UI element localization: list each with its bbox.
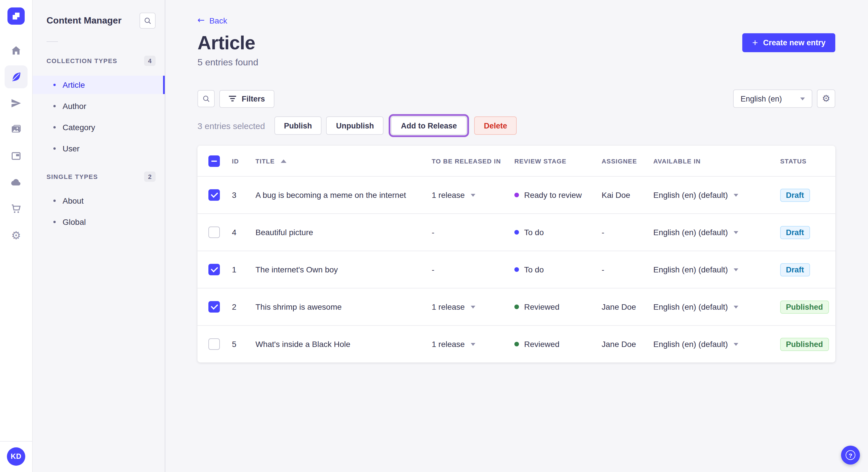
- row-checkbox[interactable]: [208, 264, 220, 275]
- sidebar-item-author[interactable]: Author: [33, 97, 165, 115]
- avatar[interactable]: KD: [7, 447, 25, 466]
- create-new-entry-button[interactable]: + Create new entry: [743, 33, 835, 52]
- released-value: 1 release: [432, 302, 465, 311]
- cell-title: What's inside a Black Hole: [255, 339, 432, 349]
- available-in-value: English (en) (default): [653, 191, 728, 200]
- review-stage-value: To do: [524, 228, 544, 237]
- table-row[interactable]: 4 Beautiful picture - To do - English (e…: [197, 213, 835, 250]
- status-badge: Draft: [780, 226, 810, 239]
- column-header-available: AVAILABLE IN: [653, 158, 780, 164]
- cell-available-in[interactable]: English (en) (default): [653, 339, 780, 349]
- media-icon[interactable]: [5, 118, 28, 141]
- entries-table: ID TITLE TO BE RELEASED IN REVIEW STAGE …: [197, 146, 835, 363]
- status-badge: Draft: [780, 189, 810, 202]
- selection-count-text: 3 entries selected: [197, 121, 265, 131]
- bullet-icon: [53, 84, 56, 86]
- chevron-down-icon: [734, 305, 738, 308]
- cell-available-in[interactable]: English (en) (default): [653, 191, 780, 200]
- search-icon: [202, 94, 210, 103]
- cell-released[interactable]: 1 release: [432, 339, 515, 349]
- column-header-id: ID: [232, 158, 255, 164]
- table-row[interactable]: 1 The internet's Own boy - To do - Engli…: [197, 250, 835, 288]
- main-content: ← Back Article + Create new entry 5 entr…: [165, 0, 868, 472]
- cell-assignee: Jane Doe: [601, 302, 653, 311]
- released-value: 1 release: [432, 339, 465, 349]
- table-row[interactable]: 3 A bug is becoming a meme on the intern…: [197, 176, 835, 213]
- filter-icon: [228, 95, 237, 102]
- sidebar-item-global[interactable]: Global: [33, 213, 165, 231]
- chevron-down-icon: [734, 194, 738, 196]
- cell-assignee: Jane Doe: [601, 339, 653, 349]
- select-all-checkbox[interactable]: [208, 155, 220, 167]
- add-to-release-button[interactable]: Add to Release: [391, 116, 467, 135]
- row-checkbox[interactable]: [208, 338, 220, 350]
- sidebar-item-label: Author: [63, 102, 86, 111]
- cell-title: A bug is becoming a meme on the internet: [255, 191, 432, 200]
- collection-types-count: 4: [144, 56, 156, 66]
- delete-button[interactable]: Delete: [474, 116, 517, 135]
- cell-released[interactable]: 1 release: [432, 302, 515, 311]
- cart-icon[interactable]: [5, 197, 28, 220]
- cell-id: 1: [232, 265, 255, 274]
- cell-released[interactable]: 1 release: [432, 191, 515, 200]
- cell-review-stage: Ready to review: [515, 191, 601, 200]
- cell-title: This shrimp is awesome: [255, 302, 432, 311]
- help-button[interactable]: ?: [841, 446, 860, 465]
- content-manager-sidebar: Content Manager COLLECTION TYPES 4 Artic…: [33, 0, 165, 472]
- locale-select[interactable]: English (en): [733, 90, 812, 108]
- row-checkbox[interactable]: [208, 189, 220, 201]
- filters-button[interactable]: Filters: [219, 90, 274, 107]
- gear-icon[interactable]: ⚙: [5, 224, 28, 247]
- entries-count-subtitle: 5 entries found: [197, 57, 835, 68]
- sidebar-item-label: Global: [63, 217, 86, 227]
- cell-review-stage: Reviewed: [515, 302, 601, 311]
- view-settings-button[interactable]: ⚙: [817, 90, 835, 108]
- cell-assignee: -: [601, 265, 653, 274]
- sidebar-item-category[interactable]: Category: [33, 118, 165, 136]
- column-header-review: REVIEW STAGE: [515, 158, 601, 164]
- back-link[interactable]: ← Back: [197, 16, 227, 25]
- cell-review-stage: Reviewed: [515, 339, 601, 349]
- cloud-icon[interactable]: [5, 171, 28, 194]
- single-types-count: 2: [144, 171, 156, 182]
- cell-assignee: Kai Doe: [601, 191, 653, 200]
- chevron-down-icon: [734, 268, 738, 271]
- locale-selected-value: English (en): [741, 94, 782, 103]
- bullet-icon: [53, 126, 56, 129]
- review-stage-dot: [515, 267, 519, 272]
- column-header-title[interactable]: TITLE: [255, 158, 432, 164]
- cell-id: 5: [232, 339, 255, 349]
- bullet-icon: [53, 221, 56, 223]
- cell-assignee: -: [601, 228, 653, 237]
- unpublish-button[interactable]: Unpublish: [327, 116, 384, 135]
- table-search-button[interactable]: [197, 90, 215, 107]
- sidebar-item-about[interactable]: About: [33, 192, 165, 210]
- status-badge: Draft: [780, 263, 810, 276]
- sidebar-item-article[interactable]: Article: [33, 76, 165, 94]
- feather-icon[interactable]: [5, 65, 28, 88]
- publish-button[interactable]: Publish: [274, 116, 322, 135]
- cell-title: Beautiful picture: [255, 228, 432, 237]
- cell-title: The internet's Own boy: [255, 265, 432, 274]
- layout-icon[interactable]: [5, 144, 28, 167]
- cell-available-in[interactable]: English (en) (default): [653, 265, 780, 274]
- sidebar-item-user[interactable]: User: [33, 139, 165, 158]
- row-checkbox[interactable]: [208, 301, 220, 312]
- sidebar-item-label: Category: [63, 123, 95, 132]
- paper-plane-icon[interactable]: [5, 92, 28, 115]
- cell-released: -: [432, 265, 515, 274]
- review-stage-value: To do: [524, 265, 544, 274]
- home-icon[interactable]: [5, 39, 28, 62]
- sidebar-search-button[interactable]: [140, 12, 156, 29]
- question-mark-icon: ?: [846, 450, 856, 460]
- table-row[interactable]: 2 This shrimp is awesome 1 release Revie…: [197, 288, 835, 325]
- sidebar-item-label: Article: [63, 80, 85, 90]
- table-row[interactable]: 5 What's inside a Black Hole 1 release R…: [197, 325, 835, 363]
- cell-available-in[interactable]: English (en) (default): [653, 228, 780, 237]
- rail-nav: ⚙: [5, 39, 28, 247]
- cell-available-in[interactable]: English (en) (default): [653, 302, 780, 311]
- bullet-icon: [53, 147, 56, 150]
- chevron-down-icon: [734, 231, 738, 234]
- table-body: 3 A bug is becoming a meme on the intern…: [197, 176, 835, 363]
- row-checkbox[interactable]: [208, 227, 220, 238]
